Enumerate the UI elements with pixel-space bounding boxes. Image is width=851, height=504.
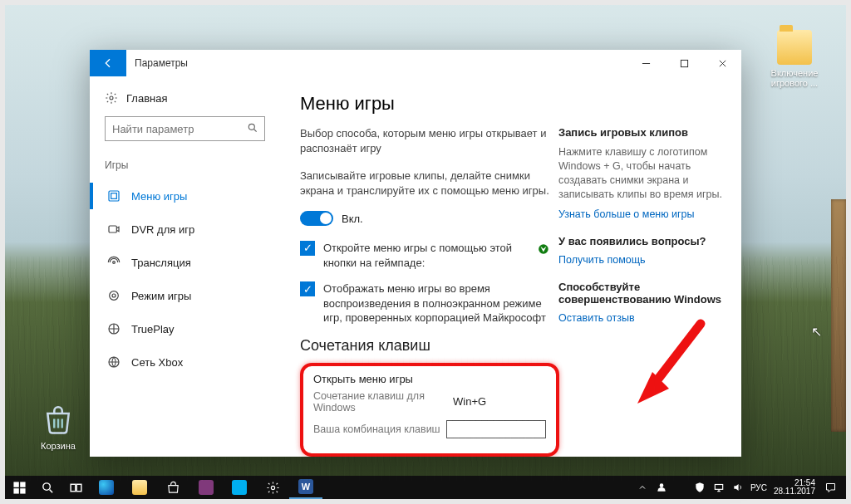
sidebar-item-label: TruePlay	[131, 323, 175, 335]
taskbar-search[interactable]	[33, 476, 61, 499]
taskbar: W РУС 21:54 28.11.2017	[5, 476, 846, 499]
page-title: Меню игры	[300, 93, 725, 115]
trueplay-icon	[106, 321, 121, 336]
svg-point-2	[248, 124, 254, 130]
tray-people-icon[interactable]	[652, 476, 671, 499]
sidebar-item-label: Сеть Xbox	[131, 356, 183, 369]
search-icon	[247, 122, 258, 136]
svg-rect-21	[715, 485, 722, 490]
side-s3-h: Способствуйте совершенствованию Windows	[558, 281, 725, 306]
tray-volume-icon[interactable]	[729, 476, 747, 499]
start-button[interactable]	[5, 476, 33, 499]
hotkey-open-title: Открыть меню игры	[313, 373, 546, 385]
checkbox-gamepad[interactable]: ✓	[300, 241, 315, 256]
sidebar-item-label: Меню игры	[131, 190, 187, 203]
dvr-icon	[106, 222, 121, 237]
svg-point-19	[271, 486, 274, 489]
sidebar-section: Игры	[105, 159, 265, 171]
taskbar-skype[interactable]	[223, 476, 256, 499]
gamebar-toggle[interactable]	[300, 211, 333, 226]
folder-icon	[777, 30, 812, 65]
svg-rect-12	[13, 482, 18, 487]
sidebar-item-dvr[interactable]: DVR для игр	[105, 213, 265, 246]
sidebar-home-label: Главная	[126, 92, 167, 105]
gamemode-icon	[106, 288, 121, 303]
recycle-bin[interactable]: Корзина	[25, 403, 91, 451]
svg-rect-18	[76, 484, 81, 492]
tray-language[interactable]: РУС	[748, 483, 770, 492]
taskbar-edge[interactable]	[90, 476, 123, 499]
sidebar-item-game-mode[interactable]: Режим игры	[105, 279, 265, 312]
sidebar: Главная Игры Меню игры DVR для игр	[90, 76, 277, 457]
svg-rect-14	[13, 488, 18, 493]
folder-label: Включение игрового ...	[771, 68, 819, 88]
broadcast-icon	[106, 255, 121, 270]
desktop: Корзина Включение игрового ... ↖ © Syste…	[0, 0, 851, 504]
search-input[interactable]	[105, 116, 265, 141]
taskbar-word[interactable]: W	[289, 476, 322, 499]
sidebar-item-trueplay[interactable]: TruePlay	[105, 312, 265, 345]
svg-rect-3	[109, 191, 119, 201]
sidebar-home[interactable]: Главная	[105, 91, 265, 105]
sidebar-item-game-bar[interactable]: Меню игры	[105, 179, 265, 213]
content: Меню игры Выбор способа, которым меню иг…	[277, 76, 741, 457]
sidebar-item-broadcast[interactable]: Трансляция	[105, 246, 265, 279]
sidebar-item-label: Режим игры	[131, 290, 191, 302]
wood-plank	[831, 199, 846, 432]
sidebar-item-xbox[interactable]: Сеть Xbox	[105, 345, 265, 379]
desktop-folder[interactable]: Включение игрового ...	[761, 30, 828, 88]
tray-action-center[interactable]	[819, 476, 841, 499]
xbox-net-icon	[106, 355, 121, 369]
minimize-button[interactable]	[627, 50, 665, 76]
side-s2-h: У вас появились вопросы?	[558, 235, 725, 247]
link-learn-more[interactable]: Узнать больше о меню игры	[558, 208, 725, 220]
svg-point-1	[110, 96, 113, 100]
svg-rect-5	[109, 226, 116, 232]
svg-rect-13	[20, 482, 25, 487]
task-view[interactable]	[61, 476, 90, 499]
highlighted-hotkey-block: Открыть меню игры Сочетание клавиш для W…	[300, 363, 559, 457]
maximize-button[interactable]	[665, 50, 703, 76]
hotkey-open-k1: Сочетание клавиш для Windows	[313, 390, 453, 413]
settings-window: Параметры Главная Игры	[90, 50, 741, 457]
svg-point-20	[660, 483, 664, 487]
gear-icon	[105, 91, 118, 105]
taskbar-settings[interactable]	[256, 476, 289, 499]
hotkeys-heading: Сочетания клавиш	[300, 337, 549, 355]
check2-label: Отображать меню игры во время воспроизве…	[323, 281, 549, 325]
tray-chevron-up-icon[interactable]	[633, 476, 652, 499]
link-get-help[interactable]: Получить помощь	[558, 254, 725, 266]
taskbar-store[interactable]	[156, 476, 189, 499]
svg-point-8	[112, 294, 116, 297]
recycle-icon	[41, 403, 76, 438]
record-hint: Записывайте игровые клипы, делайте снимк…	[300, 169, 549, 198]
tray-onedrive-icon[interactable]	[671, 476, 690, 499]
check1-label: Откройте меню игры с помощью этой кнопки…	[323, 241, 526, 270]
taskbar-onenote[interactable]	[189, 476, 223, 499]
toggle-label: Вкл.	[342, 213, 363, 225]
search-box[interactable]	[105, 116, 265, 141]
side-s1-p: Нажмите клавишу с логотипом Windows + G,…	[558, 145, 725, 202]
checkbox-fullscreen[interactable]: ✓	[300, 281, 315, 296]
sidebar-item-label: Трансляция	[131, 257, 191, 269]
link-feedback[interactable]: Оставить отзыв	[558, 312, 725, 324]
window-title: Параметры	[126, 57, 188, 69]
close-button[interactable]	[703, 50, 741, 76]
back-button[interactable]	[90, 50, 126, 76]
titlebar: Параметры	[90, 50, 741, 76]
side-s1-h: Запись игровых клипов	[558, 126, 725, 139]
svg-point-16	[42, 482, 50, 490]
sidebar-item-label: DVR для игр	[131, 223, 194, 236]
mouse-cursor: ↖	[811, 324, 822, 340]
tray-network-icon[interactable]	[710, 476, 728, 499]
tray-date: 28.11.2017	[774, 487, 815, 497]
svg-rect-0	[681, 60, 687, 66]
tray-clock[interactable]: 21:54 28.11.2017	[770, 479, 819, 497]
hotkey-open-input[interactable]	[446, 420, 546, 438]
system-tray: РУС 21:54 28.11.2017	[633, 476, 846, 499]
svg-point-6	[113, 262, 116, 264]
gamebar-icon	[106, 188, 121, 203]
taskbar-explorer[interactable]	[123, 476, 156, 499]
tray-defender-icon[interactable]	[691, 476, 709, 499]
recycle-label: Корзина	[41, 441, 76, 451]
